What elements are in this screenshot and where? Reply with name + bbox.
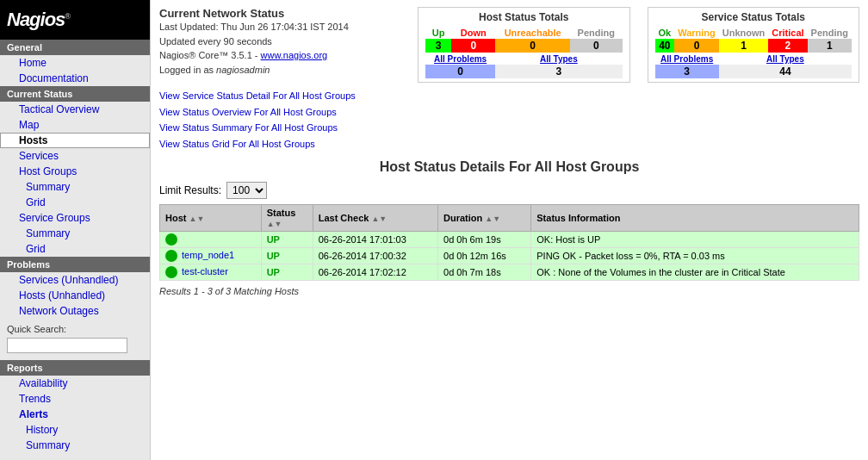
host-link[interactable]: temp_node1 [182,250,234,260]
host-all-problems-val[interactable]: 0 [425,65,495,78]
last-updated: Last Updated: Thu Jun 26 17:04:31 IST 20… [159,20,400,34]
duration-cell: 0d 0h 6m 19s [438,231,531,247]
limit-label: Limit Results: [159,184,221,196]
host-cell [160,231,262,247]
service-status-totals: Service Status Totals Ok Warning Unknown… [648,7,860,83]
section-reports: Reports [0,360,150,376]
view-status-overview[interactable]: View Status Overview For All Host Groups [159,104,859,121]
logo-text: Nagios® [7,9,70,31]
svc-val-critical[interactable]: 2 [768,39,807,53]
sidebar-item-hg-summary[interactable]: Summary [0,179,150,195]
host-col-up[interactable]: Up [425,27,451,39]
svc-col-ok[interactable]: Ok [655,27,675,39]
sidebar-item-sg-summary[interactable]: Summary [0,226,150,241]
svc-val-unknown[interactable]: 1 [719,39,769,53]
duration-cell: 0d 0h 7m 18s [438,264,531,280]
svc-col-unknown[interactable]: Unknown [719,27,769,39]
host-col-unreachable[interactable]: Unreachable [495,27,570,39]
sidebar-item-services-unhandled[interactable]: Services (Unhandled) [0,272,150,288]
service-totals-table: Ok Warning Unknown Critical Pending 40 0… [655,27,852,78]
duration-cell: 0d 0h 12m 16s [438,247,531,264]
sidebar: Nagios® General Home Documentation Curre… [0,0,151,460]
host-status-totals: Host Status Totals Up Down Unreachable P… [418,7,630,83]
logged-in: Logged in as nagiosadmin [159,63,400,78]
host-val-up[interactable]: 3 [425,39,451,53]
host-icon [165,250,177,262]
view-status-summary[interactable]: View Status Summary For All Host Groups [159,120,859,136]
sidebar-item-service-groups[interactable]: Service Groups [0,210,150,226]
limit-row: Limit Results: 100 50 25 10 All [159,182,859,199]
sidebar-item-alerts[interactable]: Alerts [0,407,150,422]
host-link[interactable]: test-cluster [182,266,228,277]
status-info-cell: PING OK - Packet loss = 0%, RTA = 0.03 m… [531,247,859,264]
sidebar-item-hosts-unhandled[interactable]: Hosts (Unhandled) [0,288,150,303]
sidebar-item-documentation[interactable]: Documentation [0,71,150,86]
sidebar-item-map[interactable]: Map [0,117,150,133]
sidebar-item-trends[interactable]: Trends [0,391,150,407]
sidebar-item-availability[interactable]: Availability [0,376,150,391]
section-general: General [0,40,150,55]
svc-all-types-val[interactable]: 44 [719,65,852,78]
sort-icon-host[interactable]: ▲▼ [189,214,205,223]
last-check-cell: 06-26-2014 17:02:12 [313,264,437,280]
svc-all-problems-val[interactable]: 3 [655,65,719,78]
view-service-status-detail[interactable]: View Service Status Detail For All Host … [159,88,859,104]
sidebar-item-hg-grid[interactable]: Grid [0,195,150,210]
svc-col-critical[interactable]: Critical [768,27,807,39]
limit-select[interactable]: 100 50 25 10 All [226,182,267,199]
sort-icon-duration[interactable]: ▲▼ [485,214,500,223]
host-all-problems-link[interactable]: All Problems [434,54,487,64]
host-all-types-link[interactable]: All Types [540,54,578,64]
sidebar-item-hosts[interactable]: Hosts [0,133,150,148]
update-interval: Updated every 90 seconds [159,34,400,49]
service-totals-title: Service Status Totals [655,11,852,23]
host-all-types-val[interactable]: 3 [495,65,622,78]
host-val-unreachable[interactable]: 0 [495,39,570,53]
current-network-status: Current Network Status Last Updated: Thu… [159,7,400,83]
sidebar-item-home[interactable]: Home [0,55,150,71]
current-status-title: Current Network Status [159,7,400,20]
col-status-info: Status Information [531,204,859,231]
svc-col-pending[interactable]: Pending [808,27,852,39]
col-duration: Duration ▲▼ [438,204,531,231]
sidebar-item-services[interactable]: Services [0,148,150,164]
quick-search-input[interactable] [7,338,127,353]
host-icon [165,233,177,246]
host-col-down[interactable]: Down [451,27,495,39]
status-cell: UP [261,247,313,264]
table-row: temp_node1 UP 06-26-2014 17:00:32 0d 0h … [160,247,859,264]
svc-all-problems-link[interactable]: All Problems [660,54,713,64]
status-info-cell: OK: Host is UP [531,231,859,247]
svc-val-ok[interactable]: 40 [655,39,675,53]
view-status-grid[interactable]: View Status Grid For All Host Groups [159,136,859,152]
svc-val-warning[interactable]: 0 [674,39,719,53]
svc-col-warning[interactable]: Warning [674,27,719,39]
host-col-pending[interactable]: Pending [570,27,622,39]
host-icon [165,266,177,278]
quick-search-label: Quick Search: [0,319,150,336]
nagios-version-text: Nagios® Core™ 3.5.1 - [159,50,261,60]
sidebar-item-host-groups[interactable]: Host Groups [0,164,150,179]
sort-icon-last-check[interactable]: ▲▼ [371,214,387,223]
section-current-status: Current Status [0,86,150,102]
nagios-version: Nagios® Core™ 3.5.1 - www.nagios.org [159,48,400,63]
nagios-link[interactable]: www.nagios.org [261,50,328,60]
sort-icon-status[interactable]: ▲▼ [267,220,282,228]
host-totals-title: Host Status Totals [425,11,623,23]
page-title: Host Status Details For All Host Groups [159,159,859,175]
host-val-down[interactable]: 0 [451,39,495,53]
status-cell: UP [261,264,313,280]
col-host: Host ▲▼ [160,204,262,231]
sidebar-item-sg-grid[interactable]: Grid [0,241,150,257]
host-cell: temp_node1 [160,247,262,264]
host-cell: test-cluster [160,264,262,280]
svc-all-types-link[interactable]: All Types [766,54,804,64]
sidebar-item-history[interactable]: History [0,422,150,438]
view-links: View Service Status Detail For All Host … [159,88,859,152]
last-check-cell: 06-26-2014 17:00:32 [313,247,437,264]
svc-val-pending[interactable]: 1 [808,39,852,53]
sidebar-item-network-outages[interactable]: Network Outages [0,303,150,319]
host-val-pending[interactable]: 0 [570,39,622,53]
sidebar-item-tactical-overview[interactable]: Tactical Overview [0,102,150,117]
sidebar-item-summary[interactable]: Summary [0,438,150,453]
